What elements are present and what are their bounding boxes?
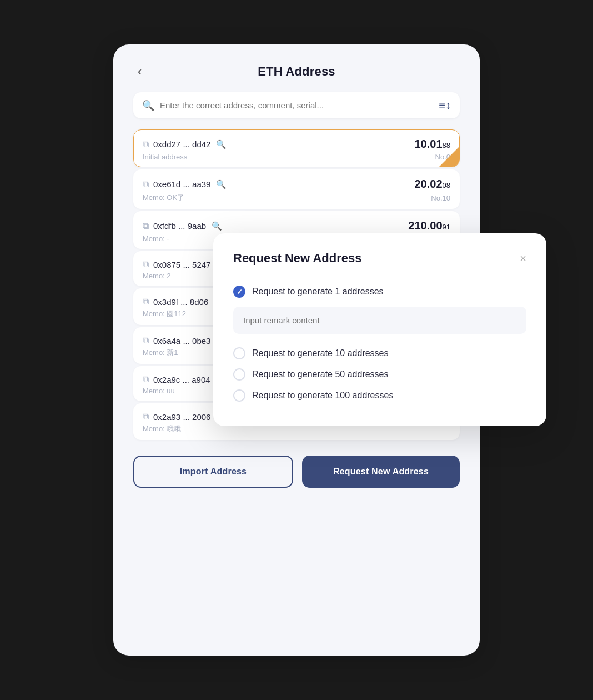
radio-circle-0: ✓ bbox=[233, 286, 245, 298]
radio-option-2[interactable]: Request to generate 50 addresses bbox=[233, 364, 526, 385]
amount-sub-2: 91 bbox=[443, 223, 450, 231]
radio-label-0: Request to generate 1 addresses bbox=[252, 287, 384, 297]
address-top-1: ⧉ 0xe61d ... aa39 🔍 20.0208 bbox=[143, 178, 450, 191]
copy-icon-3[interactable]: ⧉ bbox=[143, 259, 149, 269]
memo-6: Memo: uu bbox=[143, 387, 175, 395]
address-left-2: ⧉ 0xfdfb ... 9aab 🔍 bbox=[143, 221, 222, 231]
radio-check-0: ✓ bbox=[237, 288, 243, 296]
copy-icon-7[interactable]: ⧉ bbox=[143, 412, 149, 422]
modal-close-button[interactable]: × bbox=[520, 253, 526, 264]
address-text-7: 0x2a93 ... 2006 bbox=[153, 412, 210, 422]
address-left-1: ⧉ 0xe61d ... aa39 🔍 bbox=[143, 179, 227, 189]
copy-icon-4[interactable]: ⧉ bbox=[143, 297, 149, 307]
search-bar: 🔍 ≡↕ bbox=[133, 92, 460, 118]
header: ‹ ETH Address bbox=[133, 64, 460, 79]
amount-2: 210.0091 bbox=[408, 219, 450, 232]
copy-icon-2[interactable]: ⧉ bbox=[143, 221, 149, 231]
amount-1: 20.0208 bbox=[414, 178, 450, 191]
footer: Import Address Request New Address bbox=[133, 456, 460, 488]
address-text-4: 0x3d9f ... 8d06 bbox=[153, 297, 208, 307]
address-text-6: 0x2a9c ... a904 bbox=[153, 375, 210, 384]
search-addr-icon-1[interactable]: 🔍 bbox=[216, 179, 227, 189]
search-input[interactable] bbox=[160, 101, 433, 110]
copy-icon-5[interactable]: ⧉ bbox=[143, 336, 149, 346]
modal-overlay: Request New Address × ✓ Request to gener… bbox=[213, 233, 546, 426]
remark-input[interactable] bbox=[233, 307, 526, 334]
address-text-5: 0x6a4a ... 0be3 bbox=[153, 336, 210, 346]
memo-3: Memo: 2 bbox=[143, 272, 171, 280]
search-addr-icon-0[interactable]: 🔍 bbox=[216, 139, 227, 149]
request-new-address-button[interactable]: Request New Address bbox=[302, 456, 460, 488]
amount-main-0: 10.01 bbox=[414, 138, 442, 150]
radio-circle-3 bbox=[233, 389, 245, 402]
modal-header: Request New Address × bbox=[233, 251, 526, 266]
memo-2: Memo: - bbox=[143, 234, 169, 243]
copy-icon-1[interactable]: ⧉ bbox=[143, 179, 149, 189]
radio-label-3: Request to generate 100 addresses bbox=[252, 391, 393, 401]
memo-1: Memo: OK了 bbox=[143, 193, 184, 203]
address-card-0[interactable]: ⧉ 0xdd27 ... dd42 🔍 10.0188 Initial addr… bbox=[133, 129, 460, 167]
address-top-2: ⧉ 0xfdfb ... 9aab 🔍 210.0091 bbox=[143, 219, 450, 232]
memo-4: Memo: 圆112 bbox=[143, 309, 186, 319]
orange-corner-0 bbox=[439, 147, 459, 167]
radio-label-1: Request to generate 10 addresses bbox=[252, 348, 389, 358]
radio-circle-1 bbox=[233, 347, 245, 359]
address-left-0: ⧉ 0xdd27 ... dd42 🔍 bbox=[143, 139, 227, 149]
address-text-0: 0xdd27 ... dd42 bbox=[153, 139, 210, 149]
amount-main-2: 210.00 bbox=[408, 219, 442, 232]
filter-icon[interactable]: ≡↕ bbox=[439, 99, 451, 112]
address-top-0: ⧉ 0xdd27 ... dd42 🔍 10.0188 bbox=[143, 138, 450, 151]
copy-icon-0[interactable]: ⧉ bbox=[143, 139, 149, 149]
import-button[interactable]: Import Address bbox=[133, 456, 293, 488]
copy-icon-6[interactable]: ⧉ bbox=[143, 374, 149, 384]
amount-main-1: 20.02 bbox=[414, 178, 442, 190]
search-icon: 🔍 bbox=[142, 99, 154, 112]
address-bottom-1: Memo: OK了 No.10 bbox=[143, 193, 450, 203]
memo-0: Initial address bbox=[143, 153, 187, 161]
no-1: No.10 bbox=[431, 194, 450, 202]
search-addr-icon-2[interactable]: 🔍 bbox=[212, 221, 222, 231]
address-text-1: 0xe61d ... aa39 bbox=[153, 179, 210, 189]
address-text-3: 0x0875 ... 5247 bbox=[153, 260, 210, 269]
memo-7: Memo: 哦哦 bbox=[143, 424, 181, 434]
modal-title: Request New Address bbox=[233, 251, 361, 266]
address-bottom-0: Initial address No.0 bbox=[143, 153, 450, 161]
amount-sub-1: 08 bbox=[443, 181, 450, 189]
radio-option-1[interactable]: Request to generate 10 addresses bbox=[233, 343, 526, 364]
address-text-2: 0xfdfb ... 9aab bbox=[153, 221, 206, 231]
radio-option-3[interactable]: Request to generate 100 addresses bbox=[233, 385, 526, 406]
radio-circle-2 bbox=[233, 368, 245, 381]
address-left-4: ⧉ 0x3d9f ... 8d06 🔍 bbox=[143, 297, 224, 307]
main-card: ‹ ETH Address 🔍 ≡↕ ⧉ 0xdd27 ... dd42 🔍 1… bbox=[113, 44, 480, 656]
radio-option-0[interactable]: ✓ Request to generate 1 addresses bbox=[233, 281, 526, 302]
address-card-1[interactable]: ⧉ 0xe61d ... aa39 🔍 20.0208 Memo: OK了 No… bbox=[133, 169, 460, 209]
memo-5: Memo: 新1 bbox=[143, 348, 178, 358]
page-title: ETH Address bbox=[258, 64, 335, 79]
radio-label-2: Request to generate 50 addresses bbox=[252, 369, 389, 379]
back-button[interactable]: ‹ bbox=[133, 63, 146, 80]
